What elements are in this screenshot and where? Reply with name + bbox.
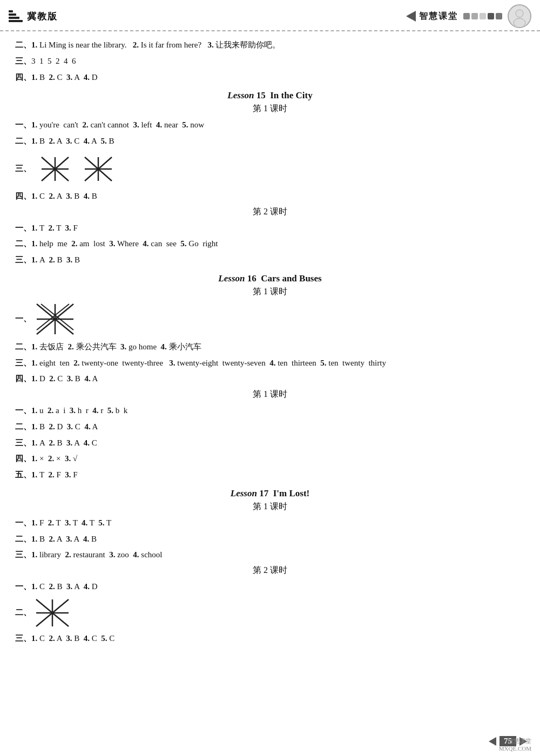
l15k1-er: 二、1. B 2. A 3. C 4. A 5. B xyxy=(15,134,525,149)
pre-l15-er: 二、1. Li Ming is near the library. 2. Is … xyxy=(15,38,525,53)
l16k1b-wu: 五、1. T 2. F 3. F xyxy=(15,468,525,483)
lesson17-word: Lesson xyxy=(231,488,257,498)
l16-cross-svg xyxy=(33,301,77,338)
svg-point-1 xyxy=(514,18,525,26)
l17-cross-wrap xyxy=(33,597,71,629)
avatar-image xyxy=(510,6,529,26)
footer-brand-text1: 智慧课堂 xyxy=(499,737,531,745)
publisher-label: 冀教版 xyxy=(27,10,58,23)
l16k1b-er: 二、1. B 2. D 3. C 4. A xyxy=(15,420,525,435)
header-right: 智慧课堂 xyxy=(406,4,531,28)
lesson-word: Lesson xyxy=(227,90,254,100)
pre-l15-si: 四、1. B 2. C 3. A 4. D xyxy=(15,70,525,85)
prefix-san: 三、 xyxy=(15,57,31,65)
brand-label: 智慧课堂 xyxy=(419,11,458,22)
footer-brand: 智慧课堂 MXQE.COM xyxy=(499,737,531,752)
cross-svg-2 xyxy=(82,154,114,184)
num-1: 1. xyxy=(31,40,37,49)
prefix-yi-l16: 一、 xyxy=(15,314,31,324)
decoration-dots xyxy=(463,13,502,19)
lesson16-keshi1-title: 第 1 课时 xyxy=(15,286,525,298)
lesson16-keshi1b-title: 第 1 课时 xyxy=(15,389,525,400)
header-left: 冀教版 xyxy=(9,10,58,23)
lesson15-name: In the City xyxy=(270,90,312,100)
lesson15-title: Lesson 15 In the City xyxy=(15,90,525,101)
lesson16-num: 16 xyxy=(247,273,256,284)
l16k1-si: 四、1. D 2. C 3. B 4. A xyxy=(15,372,525,387)
l15k1-san-row: 三、 xyxy=(15,151,525,187)
lesson15-keshi2-title: 第 2 课时 xyxy=(15,206,525,218)
lesson16-word: Lesson xyxy=(218,273,245,284)
l15k2-er: 二、1. help me 2. am lost 3. Where 4. can … xyxy=(15,237,525,252)
lesson17-keshi1-title: 第 1 课时 xyxy=(15,501,525,512)
logo-icon xyxy=(9,10,23,22)
l17k1-er: 二、1. B 2. A 3. A 4. B xyxy=(15,532,525,547)
l15k1-yi: 一、1. you're can't 2. can't cannot 3. lef… xyxy=(15,118,525,133)
lesson16-name: Cars and Buses xyxy=(261,273,321,284)
avatar xyxy=(508,4,531,28)
brand-arrow: 智慧课堂 xyxy=(406,11,458,22)
l17-cross-svg xyxy=(33,597,71,629)
l17k1-san: 三、1. library 2. restaurant 3. zoo 4. sch… xyxy=(15,548,525,563)
l16k1-yi-row: 一、 xyxy=(15,301,525,338)
prefix-er: 二、 xyxy=(15,40,31,49)
l15k2-san: 三、1. A 2. B 3. B xyxy=(15,253,525,268)
l15k1-si: 四、1. C 2. A 3. B 4. B xyxy=(15,189,525,204)
lesson17-title: Lesson 17 I'm Lost! xyxy=(15,488,525,499)
cross-2 xyxy=(82,154,114,184)
page-arrow-icon xyxy=(489,737,496,746)
page-header: 冀教版 智慧课堂 xyxy=(0,0,540,31)
main-content: 二、1. Li Ming is near the library. 2. Is … xyxy=(0,31,540,653)
cross-svg-1 xyxy=(39,154,71,184)
l17k1-yi: 一、1. F 2. T 3. T 4. T 5. T xyxy=(15,516,525,531)
l17k2-er-row: 二、 xyxy=(15,597,525,629)
lesson16-title: Lesson 16 Cars and Buses xyxy=(15,273,525,284)
lesson17-keshi2-title: 第 2 课时 xyxy=(15,565,525,576)
l15k2-yi: 一、1. T 2. T 3. F xyxy=(15,221,525,236)
lesson15-keshi1-title: 第 1 课时 xyxy=(15,103,525,114)
l16k1b-yi: 一、1. u 2. a i 3. h r 4. r 5. b k xyxy=(15,403,525,418)
l16k1-er: 二、1. 去饭店 2. 乘公共汽车 3. go home 4. 乘小汽车 xyxy=(15,340,525,355)
l17k2-yi: 一、1. C 2. B 3. A 4. D xyxy=(15,579,525,595)
lesson17-num: 17 xyxy=(259,488,268,498)
cross-1 xyxy=(39,154,71,184)
arrow-icon xyxy=(406,11,416,22)
l16k1b-san: 三、1. A 2. B 3. A 4. C xyxy=(15,436,525,451)
prefix-san2: 三、 xyxy=(15,164,31,174)
cross-images xyxy=(39,154,114,184)
footer-brand-text2: MXQE.COM xyxy=(499,745,531,752)
prefix-er-l17: 二、 xyxy=(15,608,31,618)
l16-cross-wrap xyxy=(33,301,77,338)
lesson17-name: I'm Lost! xyxy=(273,488,310,498)
pre-l15-san: 三、3 1 5 2 4 6 xyxy=(15,54,525,69)
lesson15-num: 15 xyxy=(256,90,266,100)
svg-point-0 xyxy=(516,10,523,17)
l17k2-san: 三、1. C 2. A 3. B 4. C 5. C xyxy=(15,631,525,646)
l16k1b-si: 四、1. × 2. × 3. √ xyxy=(15,451,525,467)
prefix-si: 四、 xyxy=(15,73,31,82)
l16k1-san: 三、1. eight ten 2. twenty-one twenty-thre… xyxy=(15,356,525,371)
